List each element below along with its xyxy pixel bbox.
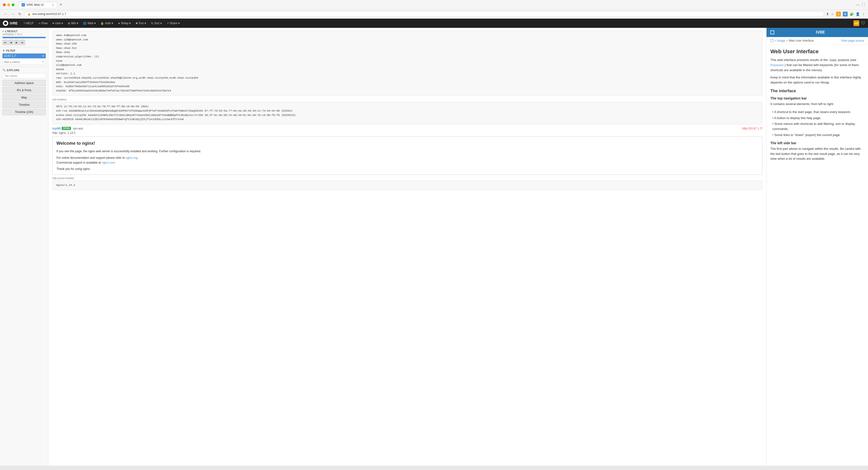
nav-unix[interactable]: ♥ Unix ▾ (51, 20, 65, 26)
last-page-button[interactable]: ⏭ (20, 40, 25, 45)
web-icon: 🌐 (83, 22, 87, 25)
close-button[interactable] (3, 3, 6, 6)
help-header: IVRE (767, 28, 868, 37)
first-page-button[interactable]: ⏮ (2, 40, 8, 45)
puzzle-icon[interactable]: 🧩 (849, 12, 854, 16)
open-badge: OPEN (62, 127, 71, 130)
filter-section: ▼ FILTER 10.67.1.7 ✕ ✕ (0, 47, 48, 67)
nav-auth[interactable]: 🔒 Auth ▾ (99, 20, 115, 26)
help-icon: ? (24, 22, 25, 25)
view-source-link[interactable]: View page source (841, 39, 864, 42)
fun-icon: ✚ (135, 22, 138, 25)
results-title: ≡ 1 RESULT (2, 30, 46, 33)
port-badge: tcp/80 OPEN (52, 127, 71, 130)
browser-chrome: I IVRE Web UI ✕ + — ⛶ ← → ↻ 🔒 ivre.evlin… (0, 0, 868, 19)
page-progress (2, 37, 46, 38)
browser-tab[interactable]: I IVRE Web UI ✕ (19, 2, 57, 7)
add-criteria-input[interactable] (4, 61, 42, 63)
tab-bar: I IVRE Web UI ✕ + (19, 2, 855, 7)
help-h1: Web User Interface (770, 48, 864, 55)
nginx-commercial-link[interactable]: nginx.com (102, 161, 115, 164)
nav-share[interactable]: ↗ Share ▾ (165, 20, 182, 26)
explore-label: 🔍 EXPLORE (2, 68, 46, 72)
new-tab-button[interactable]: + (58, 2, 64, 7)
ssh-hostkey-code: 3072 1c:f6:c6:53:11:61:75:dc:78:f7:bb:ff… (52, 102, 763, 124)
tab-title: IVRE Web UI (26, 3, 43, 6)
nav-flow[interactable]: ⇒ Flow (36, 20, 50, 26)
relay-icon: ➤ (118, 22, 120, 25)
add-criteria-clear[interactable]: ✕ (42, 60, 44, 63)
lock-icon: 🔒 (27, 12, 31, 16)
explore-map[interactable]: Map (2, 94, 46, 101)
window-minimize[interactable]: — (857, 3, 860, 6)
filter-icon: ▼ (2, 49, 5, 52)
menu-icon[interactable]: ⋮ (862, 12, 865, 16)
maximize-button[interactable] (11, 3, 14, 6)
explore-timeline[interactable]: Timeline (2, 102, 46, 108)
port-link[interactable]: tcp/80 (52, 127, 61, 130)
filter-value: 10.67.1.7 (4, 54, 42, 58)
brand[interactable]: IVRE (3, 21, 18, 26)
nav-win[interactable]: ⊞ Win ▾ (66, 20, 80, 26)
prev-page-button[interactable]: ◀ (8, 40, 13, 45)
help-list-item: Some menus with shortcuts to add filteri… (772, 121, 864, 132)
nginx-doc-link[interactable]: nginx.org (126, 156, 137, 160)
back-button[interactable]: ← (3, 12, 8, 16)
explore-timeline-24h[interactable]: Timeline (24h) (2, 109, 46, 115)
share-icon[interactable]: ⬆ (826, 12, 829, 16)
next-page-button[interactable]: ▶ (14, 40, 20, 45)
bookmark-icon[interactable]: ☆ (831, 12, 834, 16)
content-area: umac-64@openssh.com umac-128@openssh.com… (49, 28, 766, 466)
host-details: umac-64@openssh.com umac-128@openssh.com… (49, 28, 766, 195)
help-intro: This web interface presents results of t… (770, 58, 864, 73)
filter-label: ▼ FILTER (2, 49, 46, 52)
top-nav: IVRE ? HELP ⇒ Flow ♥ Unix ▾ ⊞ Win ▾ 🌐 We… (0, 19, 868, 28)
shield-icon[interactable]: 🛡 (861, 21, 865, 25)
filter-clear-icon[interactable]: ✕ (42, 55, 44, 58)
help-checkbox[interactable] (770, 31, 774, 34)
explore-ips-ports[interactable]: IPs & Ports (2, 87, 46, 93)
minimize-button[interactable] (7, 3, 10, 6)
top-values-search[interactable]: Top values (2, 73, 46, 78)
nginx-commercial-text: Commercial support is available at (56, 161, 102, 164)
help-sidebar-desc: The first part allows to navigate within… (770, 146, 864, 161)
add-criteria-wrap[interactable]: ✕ (2, 59, 46, 64)
ssh-hostkey-label: ssh-hostkey (52, 98, 763, 101)
help-panel: IVRE » Usage » Web User Interface View p… (766, 28, 868, 466)
nav-relay[interactable]: ➤ Relay ▾ (116, 20, 133, 26)
extension-icon-1[interactable]: 1 (836, 12, 841, 16)
address-bar[interactable]: 🔒 ivre.evling.tech/#10.67.1.7 (24, 11, 824, 17)
help-list-item: Some links to "share" (export) the curre… (772, 132, 864, 138)
nav-fun[interactable]: ✚ Fun ▾ (134, 20, 148, 26)
nav-help[interactable]: ? HELP (22, 20, 35, 26)
window-expand[interactable]: ⛶ (862, 3, 865, 6)
breadcrumb-usage[interactable]: Usage (777, 39, 785, 42)
ssh-algorithms-code: umac-64@openssh.com umac-128@openssh.com… (52, 31, 763, 96)
breadcrumb-home-icon[interactable] (770, 39, 773, 42)
explore-address-space[interactable]: Address space (2, 80, 46, 86)
user-avatar[interactable]: ce2 (854, 20, 859, 26)
nav-right: ce2 🛡 (854, 20, 865, 26)
help-h3-topnav: The top navigation bar (770, 96, 864, 100)
help-h3-sidebar: The left side bar (770, 141, 864, 145)
tab-favicon: I (22, 3, 25, 6)
tab-close-icon[interactable]: ✕ (52, 3, 54, 6)
help-purposes-link[interactable]: Purposes (770, 63, 784, 67)
reload-button[interactable]: ↻ (18, 12, 22, 16)
browser-toolbar: ← → ↻ 🔒 ivre.evling.tech/#10.67.1.7 ⬆ ☆ … (0, 10, 868, 19)
extension-icon-2[interactable]: D (843, 12, 848, 16)
nav-sort[interactable]: ⇅ Sort ▾ (149, 20, 163, 26)
help-para2: Keep in mind that the information availa… (770, 75, 864, 85)
help-breadcrumb: » Usage » Web User Interface View page s… (767, 37, 868, 44)
browser-actions: ⬆ ☆ 1 D 🧩 👤 ⋮ (826, 12, 865, 16)
breadcrumb-current: Web User Interface (789, 39, 814, 42)
help-content: Web User Interface This web interface pr… (767, 44, 868, 168)
profile-icon[interactable]: 👤 (856, 12, 860, 16)
help-panel-title: IVRE (777, 30, 864, 35)
filter-active[interactable]: 10.67.1.7 ✕ (2, 54, 46, 58)
port-url[interactable]: http://10.67.1.7/ (742, 127, 763, 130)
results-showing: SHOWING 1 TO 1 (2, 33, 46, 36)
nav-web[interactable]: 🌐 Web ▾ (81, 20, 98, 26)
forward-button[interactable]: → (10, 12, 16, 16)
unix-icon: ♥ (53, 22, 54, 25)
